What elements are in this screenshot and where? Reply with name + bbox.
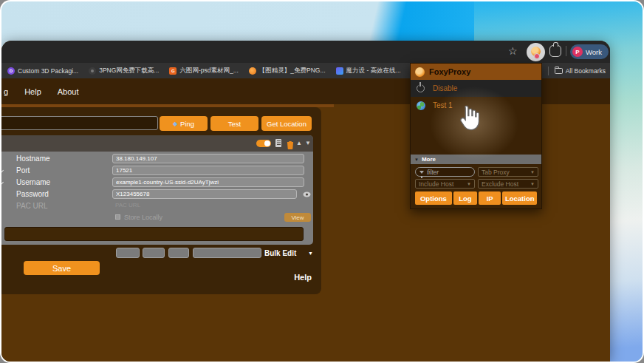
avatar: P <box>572 47 583 57</box>
duplicate-icon[interactable] <box>275 139 281 147</box>
bookmark-item[interactable]: 【图精灵】_免费PNG... <box>249 67 326 75</box>
globe-icon <box>417 101 425 110</box>
bulk-edit-select[interactable]: Bulk Edit▼ <box>264 248 313 258</box>
filter-placeholder: filter <box>427 169 439 176</box>
bookmarks-divider <box>548 67 549 75</box>
hostname-row: Hostname <box>1 153 313 165</box>
tab-proxy-select[interactable]: Tab Proxy▼ <box>478 167 538 177</box>
pac-url-label: PAC URL <box>16 202 48 210</box>
gem-icon: ◆ <box>173 121 177 127</box>
bookmark-item[interactable]: 魔力设 - 高效在线... <box>336 67 401 75</box>
bookmark-item[interactable]: G 六图网-psd素材网_... <box>169 67 238 75</box>
profile-name: Work <box>586 48 602 56</box>
gray-box-1[interactable] <box>116 248 140 258</box>
bookmark-label: Custom 3D Packagi... <box>18 67 78 75</box>
toolbar-divider <box>566 46 566 56</box>
foxyproxy-extension-button[interactable] <box>527 43 545 61</box>
bookmark-favicon: G <box>169 67 177 75</box>
power-icon <box>417 84 425 92</box>
chevron-down-icon: ▼ <box>467 182 471 186</box>
bookmark-favicon: D <box>7 67 15 75</box>
hostname-input[interactable] <box>112 154 304 163</box>
browser-toolbar: ☆ P Work ⋮ <box>1 41 610 63</box>
more-section-header[interactable]: ▼ More <box>411 155 541 164</box>
nav-item-cutoff[interactable]: g <box>4 87 8 96</box>
save-button[interactable]: Save <box>24 261 100 275</box>
nav-item-help[interactable]: Help <box>24 87 41 96</box>
move-down-icon[interactable]: ▼ <box>305 140 311 146</box>
gray-box-wide[interactable] <box>193 248 261 258</box>
username-input[interactable] <box>112 177 304 187</box>
chevron-down-icon <box>1 180 4 185</box>
store-locally-checkbox[interactable] <box>115 214 120 220</box>
proxy-card-toolbar: ▲ ▼ <box>1 135 313 152</box>
chevron-down-icon: ▼ <box>530 170 535 174</box>
screenshot-frame: ☆ P Work ⋮ D Custom 3D Packagi... <box>0 0 644 363</box>
username-row: Username <box>1 177 313 189</box>
move-up-icon[interactable]: ▲ <box>296 140 302 146</box>
pac-url-placeholder: PAC URL <box>115 202 140 208</box>
bookmark-favicon <box>89 67 96 75</box>
disable-menu-item[interactable]: Disable <box>411 80 541 97</box>
bookmark-favicon <box>336 67 343 75</box>
proxy-card: ▲ ▼ Hostname Port <box>1 135 313 245</box>
username-label: Username <box>16 178 50 186</box>
test-button[interactable]: Test <box>210 116 258 131</box>
popup-title: FoxyProxy <box>429 67 470 76</box>
popup-button-row: Options Log IP Location <box>415 191 537 205</box>
log-button[interactable]: Log <box>453 191 477 205</box>
bookmark-label: 魔力设 - 高效在线... <box>346 67 401 75</box>
hostname-label: Hostname <box>16 155 50 163</box>
profile-button[interactable]: P Work <box>570 44 609 59</box>
port-input[interactable] <box>112 166 304 175</box>
all-bookmarks-button[interactable]: All Bookmarks <box>566 67 606 75</box>
chevron-down-icon: ▼ <box>308 251 313 256</box>
hand-cursor <box>457 104 484 133</box>
store-locally-row: Store Locally View <box>1 212 313 224</box>
bookmark-label: 【图精灵】_免费PNG... <box>259 67 326 75</box>
bookmark-item[interactable]: D Custom 3D Packagi... <box>7 67 78 75</box>
exclude-host-select[interactable]: Exclude Host▼ <box>478 179 538 189</box>
popup-controls: filter Tab Proxy▼ Include Host▼ Exclude … <box>411 164 541 189</box>
funnel-icon <box>419 171 424 174</box>
proxy-title-input[interactable] <box>1 116 158 130</box>
chevron-down-icon <box>1 168 4 173</box>
foxyproxy-logo-icon <box>415 67 425 77</box>
bookmark-label: 3PNG网免费下载高... <box>99 67 159 75</box>
eye-icon[interactable] <box>303 191 311 197</box>
view-button[interactable]: View <box>284 213 311 222</box>
folder-icon <box>555 68 563 74</box>
proxy-editor-panel: ◆ Ping Test Get Location <box>1 107 321 294</box>
ping-button[interactable]: ◆ Ping <box>160 116 208 131</box>
bookmark-favicon <box>249 67 256 75</box>
extensions-icon[interactable] <box>549 45 561 57</box>
include-host-select[interactable]: Include Host▼ <box>415 179 475 189</box>
desktop: ☆ P Work ⋮ D Custom 3D Packagi... <box>1 1 643 362</box>
port-row: Port <box>1 165 313 177</box>
get-location-button[interactable]: Get Location <box>261 116 312 131</box>
password-label: Password <box>16 190 49 198</box>
password-input[interactable] <box>112 189 297 199</box>
location-button[interactable]: Location <box>502 191 537 205</box>
triangle-down-icon: ▼ <box>414 157 419 162</box>
foxyproxy-popup: FoxyProxy Disable Test 1 ▼ More filter <box>410 63 542 209</box>
trash-icon[interactable] <box>287 139 294 152</box>
chevron-down-icon: ▼ <box>530 182 535 186</box>
ip-button[interactable]: IP <box>479 191 501 205</box>
port-label: Port <box>16 166 30 174</box>
options-button[interactable]: Options <box>415 191 452 205</box>
nav-item-about[interactable]: About <box>58 87 79 96</box>
pac-script-area[interactable] <box>4 227 304 241</box>
gray-box-3[interactable] <box>168 248 189 258</box>
bookmark-star-icon[interactable]: ☆ <box>508 45 518 57</box>
bookmark-item[interactable]: 3PNG网免费下载高... <box>89 67 159 75</box>
bookmark-label: 六图网-psd素材网_... <box>179 67 238 75</box>
proxy-enabled-toggle[interactable] <box>256 140 271 147</box>
filter-input[interactable]: filter <box>415 167 475 177</box>
gray-box-2[interactable] <box>143 248 165 258</box>
password-row: Password <box>1 189 313 200</box>
extension-badge <box>534 53 540 59</box>
popup-header: FoxyProxy <box>411 64 541 80</box>
store-locally-label: Store Locally <box>124 214 162 221</box>
help-link[interactable]: Help <box>294 273 312 282</box>
